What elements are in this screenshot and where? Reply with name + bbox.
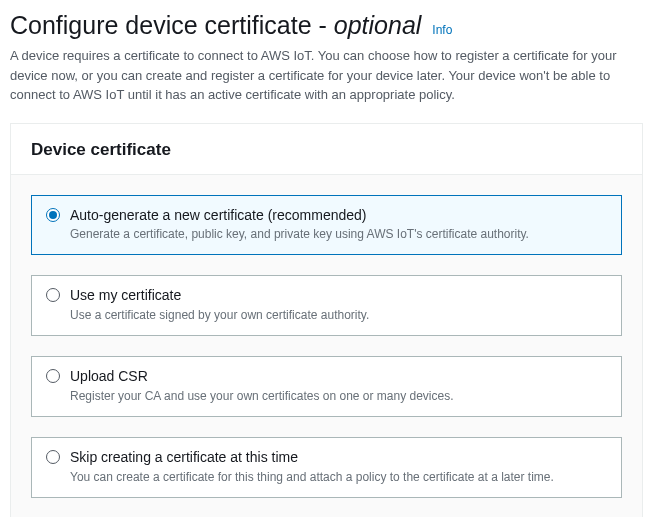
page-title-optional: optional <box>334 11 422 39</box>
option-skip[interactable]: Skip creating a certificate at this time… <box>31 437 622 498</box>
option-title: Auto-generate a new certificate (recomme… <box>70 206 607 224</box>
info-link[interactable]: Info <box>432 23 452 37</box>
option-upload-csr[interactable]: Upload CSR Register your CA and use your… <box>31 356 622 417</box>
panel-body: Auto-generate a new certificate (recomme… <box>11 175 642 518</box>
option-title: Skip creating a certificate at this time <box>70 448 607 466</box>
radio-icon <box>46 208 60 222</box>
radio-icon <box>46 369 60 383</box>
option-text: Skip creating a certificate at this time… <box>70 448 607 485</box>
option-text: Use my certificate Use a certificate sig… <box>70 286 607 323</box>
radio-icon <box>46 450 60 464</box>
page-title: Configure device certificate - optional … <box>10 10 643 40</box>
panel-title: Device certificate <box>31 140 622 160</box>
option-title: Upload CSR <box>70 367 607 385</box>
option-text: Upload CSR Register your CA and use your… <box>70 367 607 404</box>
page-title-main: Configure device certificate - <box>10 11 334 39</box>
device-certificate-panel: Device certificate Auto-generate a new c… <box>10 123 643 518</box>
option-use-my-certificate[interactable]: Use my certificate Use a certificate sig… <box>31 275 622 336</box>
radio-icon <box>46 288 60 302</box>
panel-header: Device certificate <box>11 124 642 175</box>
option-description: Register your CA and use your own certif… <box>70 388 607 405</box>
option-description: Use a certificate signed by your own cer… <box>70 307 607 324</box>
option-title: Use my certificate <box>70 286 607 304</box>
option-description: Generate a certificate, public key, and … <box>70 226 607 243</box>
option-text: Auto-generate a new certificate (recomme… <box>70 206 607 243</box>
option-description: You can create a certificate for this th… <box>70 469 607 486</box>
option-auto-generate[interactable]: Auto-generate a new certificate (recomme… <box>31 195 622 256</box>
page-description: A device requires a certificate to conne… <box>10 46 643 105</box>
